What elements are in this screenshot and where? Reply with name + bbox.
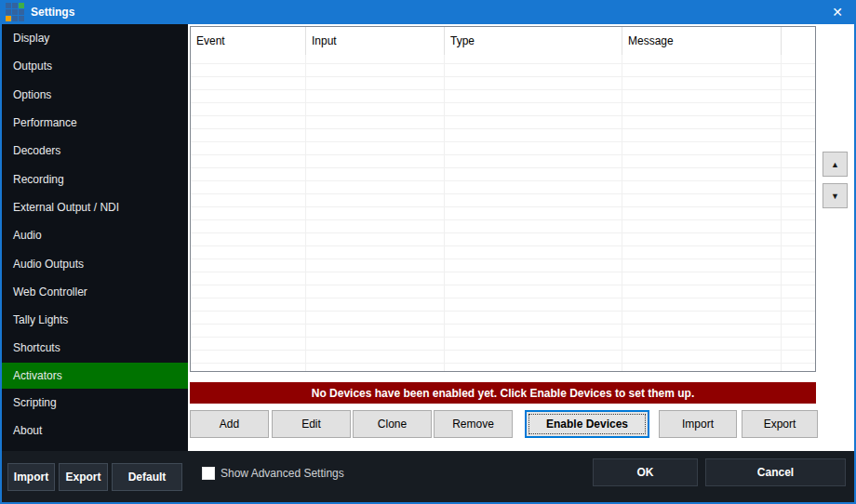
table-body-column <box>191 55 306 371</box>
sidebar-item-external-output-ndi[interactable]: External Output / NDI <box>2 193 188 221</box>
column-header-input[interactable]: Input <box>306 27 445 55</box>
sidebar-item-decoders[interactable]: Decoders <box>2 137 188 165</box>
move-down-button[interactable]: ▼ <box>823 183 848 208</box>
column-header-message[interactable]: Message <box>622 27 782 55</box>
clone-button[interactable]: Clone <box>353 410 432 438</box>
show-advanced-settings-label[interactable]: Show Advanced Settings <box>221 467 344 480</box>
default-settings-button[interactable]: Default <box>112 463 182 491</box>
sidebar-item-shortcuts[interactable]: Shortcuts <box>2 334 188 362</box>
remove-button[interactable]: Remove <box>434 410 513 438</box>
edit-button[interactable]: Edit <box>272 410 351 438</box>
sidebar-item-outputs[interactable]: Outputs <box>2 52 188 80</box>
app-logo-icon <box>6 3 24 21</box>
table-body-column <box>306 55 445 371</box>
table-body-empty[interactable] <box>191 55 815 371</box>
column-header-event[interactable]: Event <box>191 27 306 55</box>
export-activators-button[interactable]: Export <box>742 410 818 438</box>
table-body-column <box>445 55 622 371</box>
table-body-column <box>782 55 815 371</box>
sidebar-item-display[interactable]: Display <box>2 24 188 52</box>
bottom-bar: Import Export Default Show Advanced Sett… <box>2 451 854 502</box>
sidebar-item-audio-outputs[interactable]: Audio Outputs <box>2 249 188 277</box>
settings-nav-sidebar: Display Outputs Options Performance Deco… <box>2 24 188 451</box>
sidebar-item-scripting[interactable]: Scripting <box>2 389 188 417</box>
table-header-row: Event Input Type Message <box>191 27 815 55</box>
cancel-button[interactable]: Cancel <box>705 458 846 486</box>
export-settings-button[interactable]: Export <box>59 463 108 491</box>
ok-button[interactable]: OK <box>593 458 698 486</box>
sidebar-item-recording[interactable]: Recording <box>2 165 188 192</box>
sidebar-item-web-controller[interactable]: Web Controller <box>2 278 188 306</box>
activators-table: Event Input Type Message <box>190 26 816 372</box>
table-body-column <box>622 55 782 371</box>
arrow-up-icon: ▲ <box>831 160 839 169</box>
title-bar[interactable]: Settings ✕ <box>2 0 854 24</box>
close-icon[interactable]: ✕ <box>825 1 849 23</box>
enable-devices-button[interactable]: Enable Devices <box>525 410 649 438</box>
move-up-button[interactable]: ▲ <box>823 152 848 177</box>
arrow-down-icon: ▼ <box>831 192 839 201</box>
sidebar-item-performance[interactable]: Performance <box>2 109 188 137</box>
sidebar-item-about[interactable]: About <box>2 417 188 444</box>
activators-panel: Event Input Type Message ▲ ▼ No Devices … <box>188 24 854 451</box>
show-advanced-settings-row: Show Advanced Settings <box>202 467 344 480</box>
window-title: Settings <box>31 6 74 19</box>
show-advanced-settings-checkbox[interactable] <box>202 467 215 480</box>
column-header-type[interactable]: Type <box>445 27 622 55</box>
column-header-spacer <box>782 27 815 55</box>
sidebar-item-audio[interactable]: Audio <box>2 221 188 249</box>
sidebar-item-tally-lights[interactable]: Tally Lights <box>2 306 188 334</box>
add-button[interactable]: Add <box>190 410 269 438</box>
import-settings-button[interactable]: Import <box>7 463 55 491</box>
settings-window: Settings ✕ Display Outputs Options Perfo… <box>0 0 856 504</box>
sidebar-item-options[interactable]: Options <box>2 81 188 109</box>
import-activators-button[interactable]: Import <box>659 410 737 438</box>
sidebar-item-activators[interactable]: Activators <box>2 363 188 389</box>
no-devices-warning-banner: No Devices have been enabled yet. Click … <box>190 382 816 404</box>
